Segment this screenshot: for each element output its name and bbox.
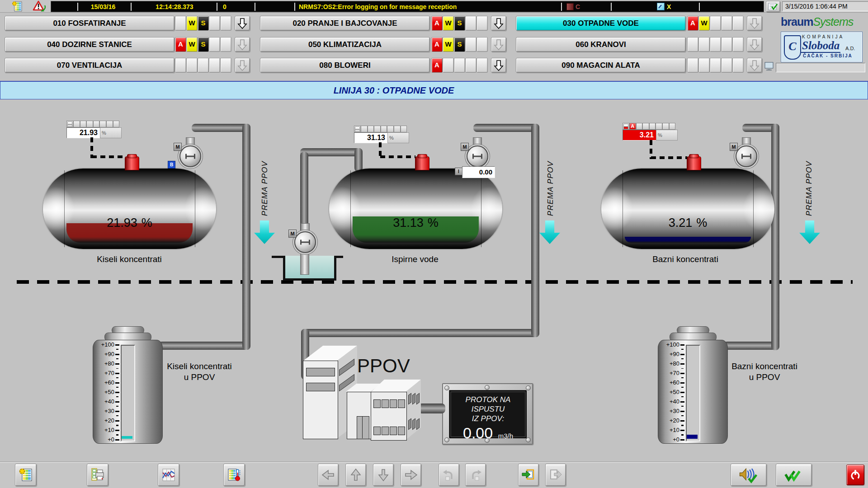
temperature-report-button-icon[interactable] [223, 464, 245, 486]
faceplate-button[interactable] [656, 123, 662, 130]
scale-tick-label: +0 [660, 436, 679, 443]
nav-button-050[interactable]: 050 KLIMATIZACIJA [260, 37, 430, 52]
pump[interactable] [736, 145, 757, 167]
city-label: ČAČAK - SRBIJA [803, 53, 853, 58]
nav-expand-arrow-icon[interactable] [747, 37, 762, 52]
scale-tick-label: +10 [95, 427, 114, 433]
nav-button-010[interactable]: 010 FOSFATIRANJE [5, 16, 175, 31]
faceplate-button[interactable] [642, 123, 649, 130]
scale-tick-label: +70 [660, 370, 679, 376]
c-status-icon[interactable] [566, 3, 574, 10]
alarm-table-icon[interactable] [11, 0, 24, 14]
faceplate-button[interactable] [106, 121, 113, 127]
faceplate-button[interactable] [73, 121, 80, 127]
nav-button-060[interactable]: 060 KRANOVI [516, 37, 686, 52]
nav-button-080[interactable]: 080 BLOWERI [260, 58, 430, 73]
faceplate-button[interactable] [374, 126, 381, 132]
faceplate-button[interactable] [113, 121, 120, 127]
acknowledge-list-button[interactable] [766, 1, 780, 12]
screen-forward-button-icon[interactable] [545, 464, 566, 486]
faceplate-button[interactable] [387, 126, 394, 132]
alarm-warning-icon[interactable] [33, 0, 46, 14]
building-door [357, 416, 369, 439]
nav-button-090[interactable]: 090 MAGACIN ALATA [516, 58, 686, 73]
faceplate-button[interactable] [368, 126, 374, 132]
nav-down-button-icon[interactable] [373, 464, 394, 486]
undo-button-icon[interactable] [439, 464, 459, 486]
faceplate-button[interactable] [80, 121, 87, 127]
faceplate-menu-icon[interactable] [354, 126, 361, 132]
exit-runtime-button-icon[interactable] [846, 465, 864, 485]
faceplate-menu-icon[interactable] [66, 121, 73, 127]
horn-acknowledge-button-icon[interactable] [731, 464, 767, 486]
faceplate-button[interactable] [99, 121, 106, 127]
alarm-count: 0 [221, 3, 250, 11]
faceplate-alarm-button[interactable]: A [629, 123, 636, 130]
nav-button-040[interactable]: 040 DOZIRNE STANICE [5, 37, 175, 52]
nav-expand-arrow-icon[interactable] [235, 37, 250, 52]
redo-button-icon[interactable] [465, 464, 486, 486]
nav-button-070[interactable]: 070 VENTILACIJA [5, 58, 175, 73]
indicator-cell [186, 58, 198, 73]
indicator-cell [209, 16, 220, 31]
indicator-cell [698, 58, 710, 73]
pump[interactable] [467, 145, 488, 167]
faceplate-button[interactable] [86, 121, 93, 127]
scale-tick-label: +70 [95, 370, 114, 376]
level-faceplate[interactable]: 21.93% [66, 121, 119, 138]
flow-direction-arrow-icon [539, 221, 560, 244]
page-title: LINIJA 30 : OTPADNE VODE [0, 85, 787, 96]
indicator-cell [465, 37, 476, 52]
monitor-icon[interactable] [764, 62, 774, 73]
nav-expand-arrow-icon[interactable] [235, 58, 250, 73]
indicator-cell [710, 37, 721, 52]
pump[interactable] [294, 231, 316, 253]
faceplate-button[interactable] [662, 123, 669, 130]
faceplate-button[interactable] [361, 126, 368, 132]
nav-right-button-icon[interactable] [401, 464, 421, 486]
nav-button-020[interactable]: 020 PRANJE I BAJCOVANJE [260, 16, 430, 31]
pump[interactable] [179, 145, 201, 167]
nav-button-030[interactable]: 030 OTPADNE VODE [516, 16, 686, 31]
print-report-button-icon[interactable] [87, 464, 108, 486]
nav-expand-arrow-icon[interactable] [491, 58, 506, 73]
faceplate-button[interactable] [401, 126, 407, 132]
faceplate-menu-icon[interactable] [623, 123, 629, 130]
nav-expand-arrow-icon[interactable] [235, 16, 250, 31]
level-faceplate[interactable]: A3.21% [623, 123, 675, 141]
indicator-cell [465, 58, 476, 73]
tank-seam [64, 170, 65, 247]
nav-left-button-icon[interactable] [318, 464, 339, 486]
nav-expand-arrow-icon[interactable] [491, 37, 506, 52]
indicator-cell [443, 58, 454, 73]
nav-up-button-icon[interactable] [345, 464, 366, 486]
pipe-horizontal [301, 329, 539, 337]
building-window [373, 427, 381, 435]
faceplate-button[interactable] [649, 123, 656, 130]
nav-expand-arrow-icon[interactable] [747, 16, 762, 31]
faceplate-button[interactable] [93, 121, 100, 127]
nav-expand-arrow-icon[interactable] [491, 16, 506, 31]
nav-expand-arrow-icon[interactable] [747, 58, 762, 73]
screen-name-field[interactable] [776, 63, 865, 72]
faceplate-button[interactable] [636, 123, 643, 130]
trend-chart-button-icon[interactable] [158, 464, 179, 486]
screen-select-button-icon[interactable] [518, 464, 539, 486]
pipe-horizontal [300, 148, 363, 156]
faceplate-button[interactable] [394, 126, 401, 132]
building-door-split [362, 416, 363, 438]
protok-line2: IZ PPOV: [450, 414, 526, 423]
alarm-report-button-icon[interactable] [15, 464, 37, 486]
level-well[interactable] [686, 345, 700, 441]
tank-level-value: 21.93 [107, 216, 137, 230]
x-status-icon[interactable] [657, 3, 665, 10]
faceplate-button[interactable] [669, 123, 676, 130]
faceplate-button[interactable] [381, 126, 387, 132]
scale-tick-label: +10 [660, 427, 679, 433]
level-faceplate[interactable]: 31.13% [354, 126, 407, 143]
sloboda-label: Sloboda [801, 39, 840, 53]
tank-nozzle-valve [415, 156, 429, 170]
acknowledge-all-button-icon[interactable] [776, 464, 812, 486]
pipe-vertical [354, 148, 363, 172]
level-well[interactable] [121, 345, 135, 441]
